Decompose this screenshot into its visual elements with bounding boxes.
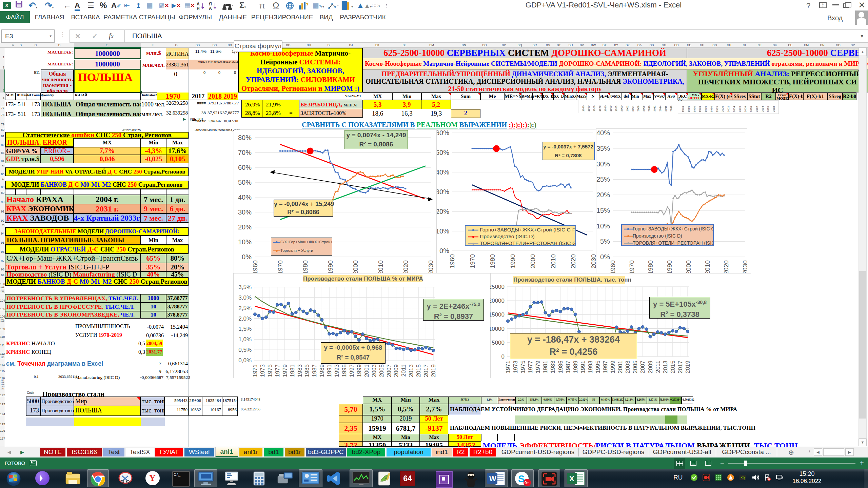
svg-text:?: ? xyxy=(306,2,309,7)
svg-text:1960: 1960 xyxy=(693,106,696,112)
svg-text:А: А xyxy=(209,6,212,10)
svg-text:1970: 1970 xyxy=(698,106,702,112)
svg-text:2015: 2015 xyxy=(670,361,676,373)
svg-text:2006: 2006 xyxy=(738,106,742,112)
svg-text:2001: 2001 xyxy=(617,361,624,373)
svg-text:20000: 20000 xyxy=(490,298,505,304)
svg-text:1990: 1990 xyxy=(609,105,612,111)
svg-text:2003: 2003 xyxy=(625,361,631,373)
svg-text:1983: 1983 xyxy=(550,361,556,373)
svg-text:1980: 1980 xyxy=(704,106,707,112)
svg-text:2003: 2003 xyxy=(371,364,377,377)
svg-text:!: ! xyxy=(744,477,745,481)
svg-text:0,0%: 0,0% xyxy=(238,357,252,364)
svg-text:25%: 25% xyxy=(596,176,610,183)
svg-text:40%: 40% xyxy=(596,129,610,137)
svg-text:10000: 10000 xyxy=(490,326,505,332)
svg-text:2019: 2019 xyxy=(430,364,437,377)
svg-text:1987: 1987 xyxy=(565,361,571,373)
svg-text:0%: 0% xyxy=(439,247,449,255)
svg-text:2013: 2013 xyxy=(408,364,414,377)
svg-text:2000: 2000 xyxy=(529,254,536,268)
svg-text:2,5%: 2,5% xyxy=(238,305,252,311)
svg-text:2012: 2012 xyxy=(653,105,656,111)
svg-text:1987: 1987 xyxy=(311,364,318,377)
svg-text:2010: 2010 xyxy=(704,260,711,274)
svg-text:2016: 2016 xyxy=(767,106,770,112)
svg-text:2014: 2014 xyxy=(761,106,764,112)
svg-text:2030: 2030 xyxy=(742,260,747,274)
svg-text:1979: 1979 xyxy=(282,364,288,377)
svg-text:30%: 30% xyxy=(238,208,252,216)
svg-text:1950: 1950 xyxy=(687,106,690,112)
svg-text:2004: 2004 xyxy=(631,105,634,111)
svg-text:40%: 40% xyxy=(437,168,449,176)
svg-text:2030: 2030 xyxy=(427,260,434,274)
svg-text:10%: 10% xyxy=(238,238,252,246)
svg-text:1960: 1960 xyxy=(252,260,259,274)
svg-text:2018: 2018 xyxy=(670,105,673,111)
svg-text:2006: 2006 xyxy=(637,105,640,111)
svg-text:2000: 2000 xyxy=(685,260,692,274)
svg-text:2002: 2002 xyxy=(727,106,730,112)
svg-text:1960: 1960 xyxy=(593,105,596,111)
svg-text:2001: 2001 xyxy=(363,364,370,377)
svg-text:1995: 1995 xyxy=(595,361,601,373)
svg-text:2017: 2017 xyxy=(677,361,684,373)
svg-text:1997: 1997 xyxy=(602,361,609,373)
svg-text:2013: 2013 xyxy=(662,361,669,373)
svg-text:1995: 1995 xyxy=(615,105,618,111)
svg-text:1,5%: 1,5% xyxy=(238,326,252,332)
svg-text:1995: 1995 xyxy=(341,364,348,377)
svg-text:1970: 1970 xyxy=(598,105,601,111)
svg-text:1981: 1981 xyxy=(542,361,549,373)
svg-text:20%: 20% xyxy=(596,191,610,199)
svg-text:1989: 1989 xyxy=(572,361,579,373)
svg-text:2016: 2016 xyxy=(664,105,667,111)
svg-text:1971: 1971 xyxy=(505,361,511,373)
svg-text:2019: 2019 xyxy=(685,361,691,373)
svg-text:2015: 2015 xyxy=(415,364,422,377)
svg-text:1980: 1980 xyxy=(604,105,607,111)
svg-text:1940: 1940 xyxy=(582,105,585,111)
svg-text:1990: 1990 xyxy=(666,260,673,274)
svg-text:80%: 80% xyxy=(238,134,252,141)
svg-text:1977: 1977 xyxy=(527,361,534,373)
svg-text:15000: 15000 xyxy=(490,311,505,318)
svg-text:1975: 1975 xyxy=(267,364,273,377)
svg-text:1960: 1960 xyxy=(609,260,616,274)
svg-text:1975: 1975 xyxy=(520,361,526,373)
svg-text:2009: 2009 xyxy=(647,361,654,373)
svg-text:2000: 2000 xyxy=(620,105,623,111)
svg-text:35%: 35% xyxy=(596,145,610,152)
svg-text:1995: 1995 xyxy=(716,106,719,112)
svg-text:X: X xyxy=(569,474,574,483)
svg-text:70%: 70% xyxy=(238,149,252,156)
svg-text:1971: 1971 xyxy=(252,364,258,377)
svg-text:1993: 1993 xyxy=(587,361,594,373)
svg-text:1980: 1980 xyxy=(489,254,496,268)
svg-text:15%: 15% xyxy=(596,207,610,214)
svg-text:30%: 30% xyxy=(437,188,449,196)
svg-text:1940: 1940 xyxy=(682,106,685,112)
svg-text:2007: 2007 xyxy=(386,364,392,377)
svg-text:0%: 0% xyxy=(242,253,252,261)
svg-text:1983: 1983 xyxy=(297,364,303,377)
svg-text:1980: 1980 xyxy=(647,260,654,274)
svg-text:1960: 1960 xyxy=(449,254,456,268)
svg-text:Я: Я xyxy=(197,6,200,10)
svg-text:1973: 1973 xyxy=(259,364,266,377)
svg-text:2008: 2008 xyxy=(642,105,645,111)
svg-text:1,0%: 1,0% xyxy=(238,336,252,343)
svg-text:2010: 2010 xyxy=(648,105,651,111)
svg-text:1993: 1993 xyxy=(334,364,340,377)
svg-text:2009: 2009 xyxy=(393,364,399,377)
svg-text:2005: 2005 xyxy=(632,361,638,373)
svg-text:2010: 2010 xyxy=(550,254,557,268)
svg-text:0%: 0% xyxy=(600,253,610,261)
svg-text:2000: 2000 xyxy=(352,260,359,274)
svg-text:2,0%: 2,0% xyxy=(238,316,252,322)
svg-text:60%: 60% xyxy=(238,164,252,171)
svg-text:2017: 2017 xyxy=(423,364,429,377)
svg-text:3,0%: 3,0% xyxy=(238,294,252,301)
